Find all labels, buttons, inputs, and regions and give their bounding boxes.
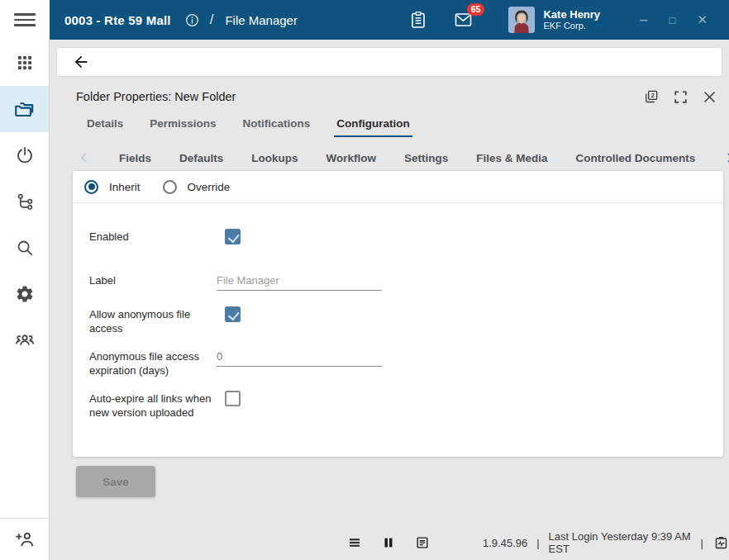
chevron-left-icon bbox=[78, 151, 91, 164]
form-row-enabled: Enabled bbox=[89, 229, 723, 244]
group-icon bbox=[14, 330, 36, 351]
duplicate-panel-button[interactable]: 2 bbox=[643, 88, 660, 105]
columns-view-icon bbox=[381, 535, 396, 550]
sidebar-item-settings[interactable] bbox=[0, 271, 49, 317]
panel-actions: 2 bbox=[643, 88, 717, 105]
document-view-icon bbox=[415, 535, 430, 550]
radio-inherit-label: Inherit bbox=[109, 181, 141, 193]
auto-expire-checkbox[interactable] bbox=[225, 391, 241, 406]
gear-icon bbox=[15, 284, 35, 304]
last-login: Last Login Yesterday 9:39 AM EST bbox=[549, 530, 692, 555]
tab-details[interactable]: Details bbox=[87, 117, 123, 137]
status-text: 1.9.45.96 | Last Login Yesterday 9:39 AM… bbox=[483, 530, 703, 555]
view-document-button[interactable] bbox=[415, 535, 430, 550]
minimize-button[interactable]: – bbox=[640, 12, 647, 28]
sidebar-item-search[interactable] bbox=[0, 225, 49, 271]
anon-access-label: Allow anonymous file access bbox=[89, 306, 217, 335]
sidebar-item-add-user[interactable] bbox=[0, 519, 49, 560]
user-name: Kate Henry bbox=[543, 8, 600, 21]
radio-override-label: Override bbox=[188, 181, 231, 193]
view-rows-button[interactable] bbox=[347, 535, 362, 550]
form-row-anon-access: Allow anonymous file access bbox=[89, 306, 723, 335]
tabs: Details Permissions Notifications Config… bbox=[87, 117, 410, 140]
person-add-icon bbox=[14, 529, 36, 550]
sidebar-item-apps[interactable] bbox=[0, 40, 49, 86]
subtab-settings[interactable]: Settings bbox=[404, 152, 448, 164]
anon-access-checkbox[interactable] bbox=[225, 306, 241, 322]
rows-view-icon bbox=[347, 535, 362, 550]
location-title: 0003 - Rte 59 Mall bbox=[64, 13, 171, 27]
subtab-lookups[interactable]: Lookups bbox=[251, 152, 298, 164]
form-row-auto-expire: Auto-expire all links when new version u… bbox=[89, 391, 723, 420]
configuration-card: Inherit Override Enabled Label Allow ano… bbox=[73, 171, 723, 457]
form-row-anon-expiration: Anonymous file access expiration (days) bbox=[89, 349, 723, 377]
back-button[interactable] bbox=[72, 53, 90, 71]
configuration-form: Enabled Label Allow anonymous file acces… bbox=[73, 203, 723, 420]
radio-option-override[interactable]: Override bbox=[163, 180, 231, 194]
auto-expire-label: Auto-expire all links when new version u… bbox=[89, 391, 217, 420]
mode-radio-group: Inherit Override bbox=[73, 171, 723, 203]
subtab-defaults[interactable]: Defaults bbox=[179, 152, 223, 164]
subtab-controlled-documents[interactable]: Controlled Documents bbox=[576, 152, 696, 164]
apps-grid-icon bbox=[15, 53, 35, 73]
view-columns-button[interactable] bbox=[381, 535, 396, 550]
anon-expiration-label: Anonymous file access expiration (days) bbox=[89, 349, 217, 377]
clipboard-pulse-icon bbox=[713, 535, 729, 551]
system-health-button[interactable] bbox=[713, 535, 729, 551]
svg-text:2: 2 bbox=[651, 93, 655, 99]
close-panel-button[interactable] bbox=[702, 89, 717, 105]
arrow-left-icon bbox=[72, 53, 90, 71]
panel-header: Folder Properties: New Folder 2 bbox=[76, 86, 717, 107]
status-bar: 1.9.45.96 | Last Login Yesterday 9:39 AM… bbox=[50, 525, 729, 560]
tab-notifications[interactable]: Notifications bbox=[243, 117, 311, 137]
tab-permissions[interactable]: Permissions bbox=[150, 117, 216, 137]
sidebar-item-workflow[interactable] bbox=[0, 178, 49, 225]
mail-badge: 65 bbox=[467, 3, 485, 16]
subtabs-scroll-right-button[interactable] bbox=[723, 151, 729, 164]
chevron-right-icon bbox=[723, 151, 729, 164]
node-tree-icon bbox=[15, 192, 35, 211]
fullscreen-icon bbox=[673, 89, 688, 105]
sidebar-item-users[interactable] bbox=[0, 317, 49, 363]
hamburger-icon bbox=[14, 10, 36, 30]
subtab-fields[interactable]: Fields bbox=[119, 152, 151, 164]
sidebar-item-documents[interactable] bbox=[0, 86, 49, 132]
form-row-label: Label bbox=[89, 273, 723, 291]
tab-configuration[interactable]: Configuration bbox=[336, 117, 409, 137]
fullscreen-button[interactable] bbox=[673, 89, 688, 105]
status-separator: | bbox=[536, 537, 539, 549]
subtabs: Fields Defaults Lookups Workflow Setting… bbox=[78, 147, 722, 168]
sidebar-item-power[interactable] bbox=[0, 132, 49, 178]
enabled-checkbox[interactable] bbox=[225, 229, 241, 244]
enabled-label: Enabled bbox=[89, 229, 217, 244]
status-separator: | bbox=[701, 537, 703, 549]
folders-icon bbox=[13, 98, 36, 121]
sidebar bbox=[0, 40, 50, 560]
breadcrumb-page: File Manager bbox=[225, 13, 298, 27]
avatar bbox=[508, 7, 535, 33]
subtabs-scroll-left-button[interactable] bbox=[78, 151, 91, 164]
radio-inherit[interactable] bbox=[84, 180, 98, 194]
menu-button[interactable] bbox=[0, 0, 50, 40]
maximize-button[interactable]: □ bbox=[669, 14, 676, 26]
tasks-clipboard-icon[interactable] bbox=[408, 10, 428, 30]
radio-option-inherit[interactable]: Inherit bbox=[84, 180, 141, 194]
panel-title: Folder Properties: New Folder bbox=[76, 90, 236, 103]
top-bar-right: 65 Kate Henry EKF Corp. – □ ✕ bbox=[384, 7, 716, 33]
top-bar: 0003 - Rte 59 Mall / File Manager 65 Kat… bbox=[0, 0, 729, 40]
view-switcher bbox=[347, 535, 430, 550]
duplicate-icon: 2 bbox=[643, 88, 660, 105]
user-org: EKF Corp. bbox=[543, 21, 600, 31]
anon-expiration-input[interactable] bbox=[217, 349, 382, 367]
subtab-workflow[interactable]: Workflow bbox=[326, 152, 377, 164]
sidebar-spacer bbox=[0, 363, 49, 518]
subtab-files-media[interactable]: Files & Media bbox=[476, 152, 547, 164]
user-menu[interactable]: Kate Henry EKF Corp. bbox=[508, 7, 600, 33]
radio-override[interactable] bbox=[163, 180, 177, 194]
close-window-button[interactable]: ✕ bbox=[697, 12, 708, 27]
info-icon[interactable] bbox=[184, 12, 200, 28]
label-input[interactable] bbox=[217, 273, 382, 291]
power-icon bbox=[15, 145, 35, 165]
mail-icon[interactable]: 65 bbox=[453, 10, 474, 30]
save-button[interactable]: Save bbox=[76, 466, 155, 497]
